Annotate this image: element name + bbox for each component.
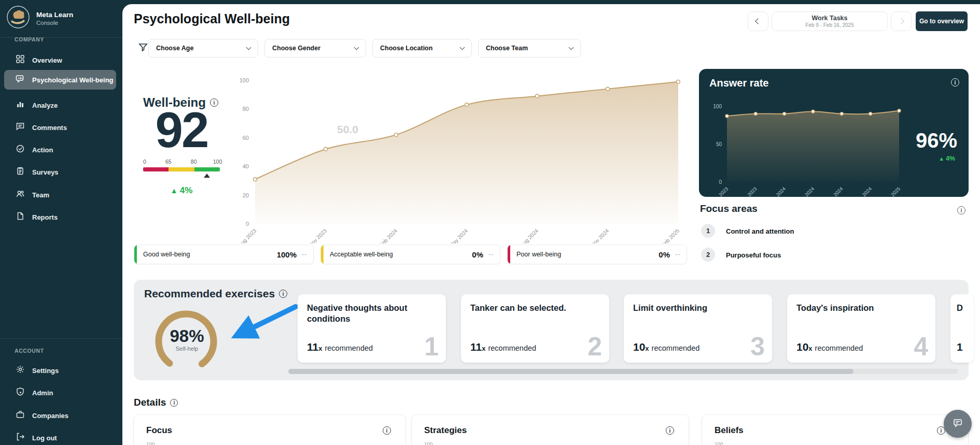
wellbeing-score: 92 — [141, 105, 222, 155]
legend-more[interactable]: -- — [675, 251, 680, 258]
acceptable-color-bar — [321, 245, 324, 264]
go-to-overview-button[interactable]: Go to overview — [916, 11, 968, 31]
poor-segment — [143, 167, 169, 171]
sidebar-item-label: Log out — [32, 434, 57, 442]
next-period-button[interactable] — [891, 11, 912, 31]
svg-text:Aug 2023: Aug 2023 — [236, 227, 257, 243]
exercise-count: 1 — [957, 341, 963, 353]
gender-filter-select[interactable]: Choose Gender — [264, 39, 366, 58]
brand-subtitle: Console — [36, 20, 73, 26]
gear-icon — [16, 365, 25, 376]
exercise-card[interactable]: Negative thoughts about conditions 11xre… — [298, 294, 446, 363]
briefcase-icon — [16, 410, 25, 421]
good-color-bar — [134, 245, 137, 264]
legend-more[interactable]: -- — [488, 251, 494, 258]
exercises-scrollbar-track[interactable] — [288, 369, 958, 374]
exercises-scrollbar-thumb[interactable] — [288, 369, 853, 374]
details-title-text: Details — [134, 397, 166, 408]
svg-text:Nov 2023: Nov 2023 — [307, 227, 328, 243]
exercise-count: 11 — [470, 341, 482, 353]
exercise-rank: 3 — [750, 332, 765, 362]
sidebar-item-analyze[interactable]: Analyze — [4, 95, 116, 115]
sidebar-item-logout[interactable]: Log out — [4, 428, 116, 445]
team-filter-select[interactable]: Choose Team — [478, 39, 581, 58]
acceptable-segment — [169, 167, 194, 171]
exercise-card[interactable]: Limit overthinking 10xrecommended 3 — [624, 294, 772, 363]
legend-card-poor[interactable]: Poor well-being 0% -- — [507, 245, 687, 264]
info-icon[interactable] — [279, 290, 287, 298]
detail-card-beliefs: Beliefs 100 — [702, 414, 969, 445]
svg-text:Feb 2025: Feb 2025 — [883, 186, 901, 196]
svg-text:May 2024: May 2024 — [447, 227, 469, 243]
sidebar-item-label: Action — [32, 146, 53, 154]
clipboard-icon — [16, 166, 25, 178]
exercise-times: x — [645, 344, 649, 352]
scale-label: 100 — [213, 159, 222, 165]
exercise-count: 11 — [307, 341, 318, 353]
exercise-card[interactable]: Today's inspiration 10xrecommended 4 — [787, 294, 935, 363]
sidebar-item-reports[interactable]: Reports — [4, 207, 116, 227]
sidebar-item-settings[interactable]: Settings — [4, 361, 116, 380]
svg-text:60: 60 — [243, 135, 249, 141]
exercise-count-label: recommended — [815, 344, 863, 352]
svg-text:May 2024: May 2024 — [796, 186, 815, 196]
score-marker-icon — [204, 174, 210, 178]
info-icon[interactable] — [951, 78, 959, 87]
sidebar-item-psychological-well-being[interactable]: Psychological Well-being — [4, 70, 116, 90]
check-circle-icon — [16, 144, 25, 155]
focus-area-label[interactable]: Purposeful focus — [726, 251, 781, 259]
focus-area-label[interactable]: Control and attention — [726, 227, 794, 235]
period-range: Feb 9 - Feb 16, 2025 — [805, 22, 853, 28]
legend-value: 100% — [277, 250, 297, 259]
sidebar-item-comments[interactable]: Comments — [4, 118, 116, 137]
svg-text:Nov 2023: Nov 2023 — [739, 186, 758, 196]
feedback-chat-button[interactable] — [944, 410, 972, 438]
legend-card-good[interactable]: Good well-being 100% -- — [134, 245, 314, 264]
legend-more[interactable]: -- — [302, 251, 307, 258]
info-icon[interactable] — [383, 426, 391, 435]
svg-text:Aug 2024: Aug 2024 — [519, 227, 539, 243]
legend-label: Acceptable well-being — [330, 251, 472, 258]
sidebar-item-label: Psychological Well-being — [32, 76, 114, 84]
period-selector[interactable]: Work Tasks Feb 9 - Feb 16, 2025 — [772, 11, 888, 31]
detail-card-strategies: Strategies 100 — [411, 414, 689, 445]
app-root: Meta Learn Console COMPANY Overview Psyc… — [0, 0, 980, 445]
chevron-down-icon — [246, 45, 251, 50]
info-icon[interactable] — [170, 399, 178, 407]
svg-text:20: 20 — [243, 192, 249, 198]
gauge-label: Self-help — [149, 346, 225, 352]
info-icon[interactable] — [957, 206, 965, 214]
sidebar-item-companies[interactable]: Companies — [4, 406, 116, 425]
exercise-title: D — [957, 303, 974, 313]
sidebar-item-label: Settings — [32, 367, 59, 375]
svg-text:Aug 2024: Aug 2024 — [825, 186, 844, 196]
account-section-label: ACCOUNT — [15, 348, 44, 354]
exercise-title: Negative thoughts about conditions — [307, 303, 416, 324]
document-icon — [16, 211, 25, 223]
detail-card-focus: Focus 100 — [133, 414, 406, 445]
sidebar-item-team[interactable]: › Team — [4, 185, 116, 205]
axis-tick: 100 — [715, 442, 723, 445]
exercise-card[interactable]: D 1 — [950, 294, 974, 363]
team-filter-value: Choose Team — [486, 45, 528, 52]
age-filter-select[interactable]: Choose Age — [148, 39, 258, 58]
info-icon[interactable] — [666, 426, 674, 435]
exercise-count: 10 — [796, 341, 808, 353]
sidebar-item-label: Admin — [32, 389, 53, 397]
sidebar-item-admin[interactable]: Admin — [4, 383, 116, 403]
axis-tick: 100 — [424, 442, 433, 445]
sidebar-item-overview[interactable]: Overview — [4, 50, 116, 70]
exercise-title: Today's inspiration — [796, 303, 905, 313]
sidebar-item-action[interactable]: Action — [4, 140, 116, 160]
answer-rate-value: 96% — [916, 129, 957, 152]
prev-period-button[interactable] — [748, 11, 768, 31]
location-filter-select[interactable]: Choose Location — [372, 39, 472, 58]
legend-card-acceptable[interactable]: Acceptable well-being 0% -- — [320, 245, 500, 264]
exercise-title: Limit overthinking — [633, 303, 742, 313]
scale-label: 65 — [165, 159, 172, 165]
exercise-card[interactable]: Tanker can be selected. 11xrecommended 2 — [461, 294, 609, 363]
brand-name: Meta Learn — [36, 11, 73, 19]
legend-label: Poor well-being — [516, 251, 659, 258]
sidebar-item-surveys[interactable]: Surveys — [4, 162, 116, 182]
comment-icon — [16, 122, 25, 133]
